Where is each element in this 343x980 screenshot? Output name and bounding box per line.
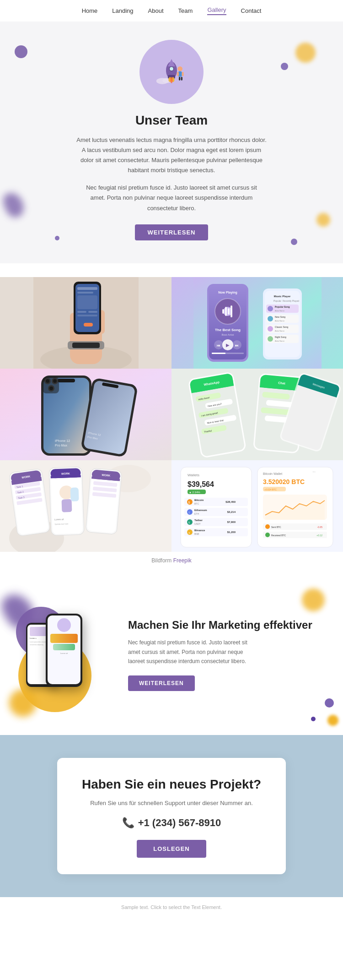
svg-point-63 — [268, 316, 273, 321]
svg-point-84 — [53, 379, 57, 383]
svg-text:Popular: Popular — [273, 299, 282, 302]
svg-rect-174 — [184, 518, 248, 526]
svg-point-199 — [265, 533, 270, 537]
cta-phone-number: 📞 +1 (234) 567-8910 — [75, 817, 268, 829]
gallery-caption-text: Bildform — [151, 557, 172, 564]
svg-text:▶: ▶ — [226, 343, 230, 348]
marketing-blob-yellow-tr — [302, 588, 325, 611]
svg-text:BNB: BNB — [194, 533, 199, 535]
svg-text:Chat: Chat — [278, 381, 286, 385]
svg-text:$7,900: $7,900 — [227, 521, 236, 523]
marketing-blob-dot-br — [311, 717, 316, 721]
footer: Sample text. Click to select the Text El… — [0, 897, 343, 917]
svg-text:Sent BTC: Sent BTC — [271, 526, 281, 528]
svg-text:$1,200: $1,200 — [227, 531, 236, 534]
gallery-cell-5[interactable]: WORK Task 1 Task 2 Task 3 WORK — [0, 460, 172, 552]
svg-text:ETH: ETH — [194, 512, 199, 515]
svg-text:Bitcoin Wallet: Bitcoin Wallet — [263, 472, 282, 475]
svg-rect-42 — [230, 305, 232, 317]
svg-text:Music Player: Music Player — [273, 295, 290, 298]
marketing-section: Lorem sit Lorem s Lorem ipsum dolor sit … — [0, 575, 343, 735]
svg-text:Tether: Tether — [194, 519, 203, 522]
svg-rect-77 — [58, 379, 75, 382]
gallery-cell-6[interactable]: Wallets $39,564 ▲ 2.34% ₿ Bitcoin BTC $2… — [172, 460, 343, 552]
svg-text:Ethereum: Ethereum — [194, 509, 207, 512]
music-mockup: Now Playing The Best Song Best Artist — [172, 277, 343, 369]
svg-text:Popular Song: Popular Song — [275, 305, 290, 308]
svg-text:Artist Name: Artist Name — [275, 320, 285, 322]
gallery-section: Now Playing The Best Song Best Artist — [0, 263, 343, 575]
cta-loslegen-button[interactable]: LOSLEGEN — [137, 840, 206, 858]
svg-text:Night Song: Night Song — [275, 336, 286, 338]
svg-rect-14 — [181, 77, 182, 81]
svg-text:BTC: BTC — [194, 502, 199, 505]
cta-desc: Rufen Sie uns für schnellen Support unte… — [75, 799, 268, 808]
gallery-cell-1[interactable] — [0, 277, 172, 369]
svg-text:Lorem sit: Lorem sit — [54, 517, 64, 521]
nav-gallery[interactable]: Gallery — [207, 6, 226, 15]
blob-yellow-tr — [295, 43, 316, 63]
blob-purple-bot-r — [291, 239, 297, 245]
hero-text1: Amet luctus venenatis lectus magna fring… — [75, 135, 268, 175]
mps-avatar — [57, 618, 71, 632]
blob-purple-tl — [15, 45, 27, 58]
svg-text:$3,214: $3,214 — [227, 511, 236, 513]
svg-text:Received BTC: Received BTC — [271, 534, 286, 537]
svg-point-67 — [268, 326, 273, 332]
svg-rect-27 — [77, 292, 93, 294]
cta-title: Haben Sie ein neues Projekt? — [75, 776, 268, 792]
svg-point-163 — [187, 499, 193, 505]
svg-text:···: ··· — [312, 470, 316, 474]
hero-weiterlesen-button[interactable]: WEITERLESEN — [135, 224, 209, 240]
blob-yellow-mid-r — [316, 213, 330, 227]
svg-text:$: $ — [188, 521, 190, 524]
nav-home[interactable]: Home — [82, 7, 98, 14]
gallery-cell-2[interactable]: Now Playing The Best Song Best Artist — [172, 277, 343, 369]
svg-point-195 — [265, 524, 270, 529]
svg-text:▲ 2.34%: ▲ 2.34% — [189, 491, 200, 494]
svg-rect-28 — [77, 295, 97, 309]
svg-text:Classic Song: Classic Song — [275, 326, 288, 328]
svg-text:+0.024 BTC: +0.024 BTC — [264, 488, 277, 491]
svg-rect-19 — [72, 343, 100, 348]
blob-purple-mid-l — [1, 190, 27, 219]
svg-text:The Best Song: The Best Song — [214, 328, 240, 332]
marketing-weiterlesen-button[interactable]: WEITERLESEN — [128, 675, 195, 691]
svg-text:iPhone 12: iPhone 12 — [55, 439, 70, 442]
svg-text:$39,564: $39,564 — [188, 480, 214, 488]
gallery-caption: Bildform Freepik — [0, 552, 343, 575]
marketing-text: Machen Sie Ihr Marketing effektiver Nec … — [128, 619, 329, 691]
svg-text:₿: ₿ — [188, 501, 190, 504]
gallery-cell-3[interactable]: iPhone 12 Pro Max iPhone 12 Pro Max — [0, 369, 172, 460]
svg-text:Wallets: Wallets — [188, 473, 199, 477]
svg-rect-40 — [225, 307, 227, 316]
svg-text:●: ● — [188, 531, 190, 534]
cta-section: Haben Sie ein neues Projekt? Rufen Sie u… — [0, 735, 343, 898]
svg-text:$28,450: $28,450 — [225, 501, 236, 503]
svg-text:Binance: Binance — [194, 529, 205, 532]
svg-text:WORK: WORK — [61, 472, 70, 475]
nav-contact[interactable]: Contact — [241, 7, 262, 14]
mps-bar2 — [53, 644, 75, 650]
gallery-cell-4[interactable]: WhatsApp Hello there! How are you? I am … — [172, 369, 343, 460]
nav-about[interactable]: About — [148, 7, 164, 14]
hero-illustration — [139, 40, 204, 104]
svg-text:Artist Name: Artist Name — [275, 340, 285, 342]
svg-rect-29 — [77, 311, 86, 313]
svg-rect-13 — [179, 77, 180, 81]
svg-rect-31 — [77, 315, 97, 316]
svg-marker-3 — [168, 59, 175, 66]
gallery-caption-link[interactable]: Freepik — [173, 557, 192, 564]
blob-purple-tr — [281, 63, 288, 70]
phone-hand-mockup — [0, 277, 172, 369]
svg-rect-144 — [70, 487, 79, 501]
svg-rect-32 — [84, 323, 93, 327]
blob-purple-bot-l — [55, 236, 59, 240]
svg-point-82 — [46, 379, 49, 383]
svg-text:+0.12: +0.12 — [316, 534, 322, 537]
svg-rect-12 — [182, 72, 184, 76]
svg-text:Artist Name: Artist Name — [275, 330, 285, 332]
svg-point-175 — [187, 519, 193, 525]
nav-landing[interactable]: Landing — [112, 7, 133, 14]
nav-team[interactable]: Team — [178, 7, 193, 14]
